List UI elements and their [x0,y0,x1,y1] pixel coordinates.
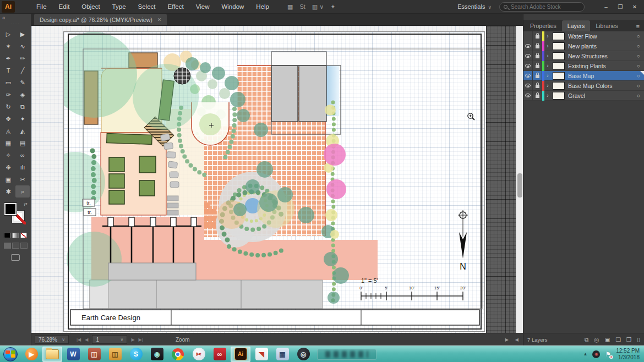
menu-item[interactable]: Type [106,0,132,14]
scroll-right-arrow[interactable]: ▶ [505,337,509,342]
target-circle-icon[interactable]: ○ [633,43,644,49]
word-icon[interactable]: W [63,347,83,362]
document-tab[interactable]: Design copy.ai* @ 76.28% (CMYK/Preview) … [34,14,167,25]
taskbar-clock[interactable]: 12:52 PM 1/3/2018 [616,348,640,361]
tool-free-transform[interactable]: ✦ [15,113,30,125]
tool-rectangle[interactable]: ▭ [1,76,15,89]
action-center-flag-icon[interactable]: ⚑ [605,350,611,358]
grid-view-icon[interactable]: ▦ [287,3,293,10]
office-yellow-icon[interactable]: ◫ [105,347,125,362]
tool-type[interactable]: T [1,64,15,76]
zoom-level-select[interactable]: 76.28%∨ [35,335,69,344]
layer-row[interactable]: › Water Flow ○ [523,31,644,41]
vertical-scrollbar-thumb[interactable] [517,173,522,198]
camera-app-icon[interactable]: ◉ [147,347,167,362]
start-button[interactable] [1,347,20,362]
delete-layer-icon[interactable]: ▯ [637,336,640,343]
layer-name[interactable]: Base Map [566,73,633,79]
tool-scale[interactable]: ⧉ [15,101,30,113]
draw-inside-mode[interactable] [20,243,28,249]
draw-normal-mode[interactable] [4,243,11,249]
visibility-toggle[interactable] [523,31,533,41]
visibility-toggle[interactable] [523,41,533,51]
gradient-button[interactable] [12,233,19,238]
tool-line-segment[interactable]: ╱ [15,64,30,76]
tool-mesh[interactable]: ▦ [1,137,15,149]
target-circle-icon[interactable]: ○ [633,73,644,79]
tool-rotate[interactable]: ↻ [1,101,15,113]
screen-mode-button[interactable] [11,254,20,261]
tab-properties[interactable]: Properties [525,20,562,31]
tool-slice[interactable]: ✂ [15,173,30,185]
office-red-icon[interactable]: ◫ [84,347,104,362]
share-icon[interactable]: ✦ [330,3,335,10]
layer-row[interactable]: › Gravel ○ [523,91,644,101]
tool-gradient[interactable]: ▤ [15,137,30,149]
tool-pen[interactable]: ✒ [1,52,15,64]
tool-hand[interactable]: ✱ [1,185,15,198]
restore-button[interactable]: ❐ [613,0,627,14]
tool-column-graph[interactable]: ılı [15,161,30,173]
explorer-icon[interactable] [42,347,62,362]
toolbar-grip[interactable]: ···· [0,22,31,26]
illustrator-logo-icon[interactable]: Ai [2,1,15,13]
tool-lasso[interactable]: ∿ [15,40,30,52]
first-artboard-button[interactable]: |◀ [77,337,81,342]
search-input[interactable] [511,4,577,10]
sketchup-icon[interactable]: ◥ [252,347,271,362]
layer-name[interactable]: New plants [566,43,633,50]
visibility-toggle[interactable] [523,51,533,61]
adobe-stock-search[interactable] [499,2,585,12]
lock-toggle[interactable] [533,81,542,91]
minimize-button[interactable]: – [599,0,613,14]
scroll-left-arrow[interactable]: ◀ [515,337,519,342]
arrange-documents-icon[interactable]: ▥ ∨ [312,3,324,10]
snipping-tool-icon[interactable]: ✂ [189,347,209,362]
lock-toggle[interactable] [533,61,542,71]
layer-name[interactable]: Gravel [566,92,633,99]
tool-symbol-sprayer[interactable]: ❉ [1,161,15,173]
tool-shaper[interactable]: ✑ [1,89,15,101]
workspace-switcher[interactable]: Essentials∨ [457,3,492,10]
menu-item[interactable]: Select [132,0,162,14]
visibility-toggle[interactable] [523,81,533,91]
visibility-toggle[interactable] [523,61,533,71]
target-circle-icon[interactable]: ○ [633,34,644,39]
swap-fill-stroke-icon[interactable]: ⇄ [24,202,28,207]
tool-paintbrush[interactable]: ✎ [15,76,30,89]
lock-toggle[interactable] [533,91,542,101]
layer-name[interactable]: Base Map Colors [566,83,633,89]
adobe-stock-icon[interactable]: St [299,3,305,10]
tool-selection[interactable]: ▷ [1,28,15,40]
menu-item[interactable]: Help [250,0,275,14]
last-artboard-button[interactable]: ▶| [139,337,143,342]
prev-artboard-button[interactable]: ◀ [85,337,88,342]
close-button[interactable]: ✕ [627,0,642,14]
expand-arrow-icon[interactable]: › [544,33,551,39]
layer-name[interactable]: Existing Plants [566,63,633,69]
expand-arrow-icon[interactable]: › [544,83,551,89]
canvas-pasteboard[interactable]: tr. tr. 1" = 5' [31,26,523,333]
target-circle-icon[interactable]: ○ [633,93,644,98]
artboard[interactable]: tr. tr. 1" = 5' [63,31,485,332]
layer-row[interactable]: › New Structures ○ [523,51,644,61]
lock-toggle[interactable] [533,31,542,41]
lock-toggle[interactable] [533,51,542,61]
lock-toggle[interactable] [533,71,542,81]
creative-cloud-icon[interactable]: ∞ [210,347,230,362]
layer-thumbnail[interactable] [553,72,565,80]
tool-width[interactable]: ✥ [1,113,15,125]
layer-row[interactable]: › New plants ○ [523,41,644,51]
menu-item[interactable]: Effect [162,0,190,14]
layer-thumbnail[interactable] [553,62,565,70]
target-circle-icon[interactable]: ○ [633,83,644,89]
collapse-toolbar-button[interactable]: « [0,14,31,22]
layer-row[interactable]: › Base Map ○ [523,71,644,81]
visibility-toggle[interactable] [523,91,533,101]
tool-blend[interactable]: ∞ [15,149,30,161]
media-player-icon[interactable]: ▶ [21,347,41,362]
expand-arrow-icon[interactable]: › [544,53,551,59]
none-button[interactable] [20,233,27,238]
collect-for-export-icon[interactable]: ⧉ [585,336,589,343]
lock-toggle[interactable] [533,41,542,51]
